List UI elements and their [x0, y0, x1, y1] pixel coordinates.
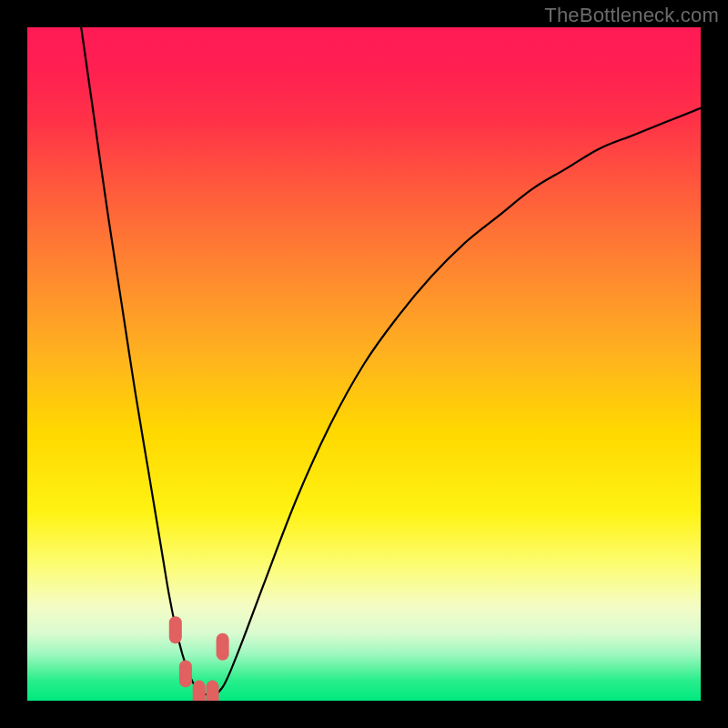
- bottleneck-curve: [81, 27, 701, 694]
- valley-marker: [207, 681, 219, 701]
- chart-root: TheBottleneck.com: [0, 0, 728, 728]
- valley-marker: [193, 681, 206, 701]
- plot-area: [27, 27, 701, 701]
- valley-marker: [217, 633, 229, 661]
- curve-layer: [27, 27, 701, 701]
- valley-markers-group: [169, 616, 229, 701]
- watermark-label: TheBottleneck.com: [544, 4, 719, 27]
- valley-marker: [179, 660, 192, 687]
- valley-marker: [169, 616, 182, 643]
